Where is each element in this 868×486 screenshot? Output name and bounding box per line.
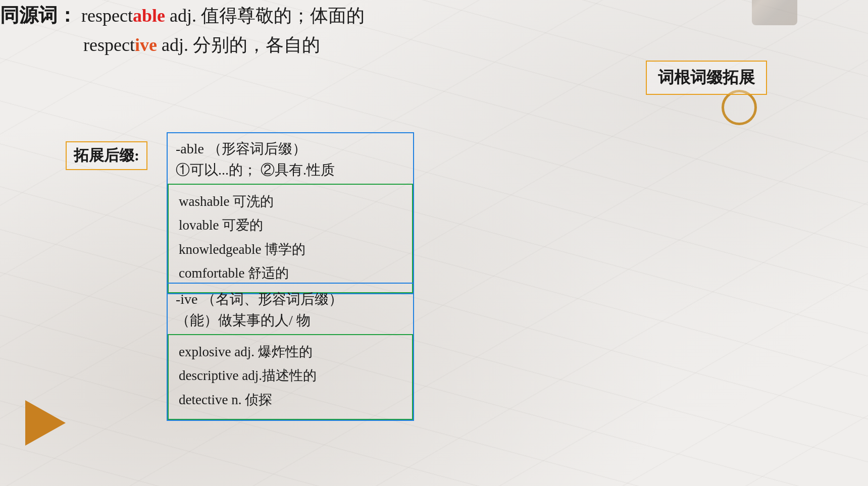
ive-header: -ive （名词、形容词后缀） （能）做某事的人/ 物 bbox=[168, 284, 413, 334]
able-header-line1: -able （形容词后缀） bbox=[176, 138, 405, 159]
respectable-def: adj. 值得尊敬的；体面的 bbox=[165, 6, 365, 26]
tongyan-label: 同源词： bbox=[0, 5, 77, 26]
cigen-label: 词根词缀拓展 bbox=[658, 68, 755, 86]
ive-example-2: descriptive adj.描述性的 bbox=[179, 364, 402, 388]
able-example-1: washable 可洗的 bbox=[179, 190, 402, 213]
respectable-prefix: respect bbox=[81, 6, 133, 26]
main-content: 词根词缀拓展 同源词： respectable adj. 值得尊敬的；体面的 r… bbox=[0, 0, 868, 486]
left-arrow-decoration bbox=[25, 400, 66, 446]
able-example-2: lovable 可爱的 bbox=[179, 213, 402, 237]
ive-example-3: detective n. 侦探 bbox=[179, 388, 402, 412]
able-highlight: able bbox=[133, 6, 165, 26]
respective-prefix: respect bbox=[83, 35, 135, 55]
able-header-line2: ①可以...的； ②具有.性质 bbox=[176, 159, 405, 181]
tuozhan-section: 拓展后缀: bbox=[66, 141, 147, 170]
ive-example-1: explosive adj. 爆炸性的 bbox=[179, 340, 402, 364]
able-header: -able （形容词后缀） ①可以...的； ②具有.性质 bbox=[168, 133, 413, 184]
able-example-4: comfortable 舒适的 bbox=[179, 261, 402, 285]
ive-highlight: ive bbox=[135, 35, 157, 55]
ive-blue-box: -ive （名词、形容词后缀） （能）做某事的人/ 物 explosive ad… bbox=[167, 283, 414, 421]
tuozhan-label: 拓展后缀: bbox=[66, 141, 147, 170]
orange-ring-decoration bbox=[722, 90, 757, 125]
tongyan-section: 同源词： respectable adj. 值得尊敬的；体面的 respecti… bbox=[0, 0, 868, 60]
respective-def: adj. 分别的，各自的 bbox=[157, 35, 320, 55]
respective-line: respective adj. 分别的，各自的 bbox=[83, 31, 868, 60]
ive-section: -ive （名词、形容词后缀） （能）做某事的人/ 物 explosive ad… bbox=[167, 283, 414, 421]
ive-header-line2: （能）做某事的人/ 物 bbox=[176, 310, 405, 331]
able-blue-box: -able （形容词后缀） ①可以...的； ②具有.性质 washable 可… bbox=[167, 132, 414, 294]
ive-examples-box: explosive adj. 爆炸性的 descriptive adj.描述性的… bbox=[168, 334, 413, 420]
cigen-box: 词根词缀拓展 bbox=[646, 61, 767, 95]
ive-header-line1: -ive （名词、形容词后缀） bbox=[176, 289, 405, 310]
able-examples-box: washable 可洗的 lovable 可爱的 knowledgeable 博… bbox=[168, 184, 413, 293]
tongyan-title-line: 同源词： respectable adj. 值得尊敬的；体面的 bbox=[0, 0, 868, 31]
decorative-photo bbox=[752, 0, 797, 25]
able-example-3: knowledgeable 博学的 bbox=[179, 238, 402, 261]
